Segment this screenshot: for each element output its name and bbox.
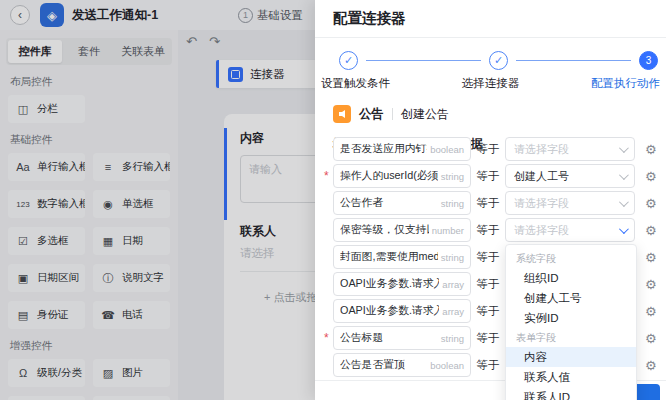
chevron-down-icon [619, 170, 629, 180]
field-row-ding-reminder: 是否发送应用内钉提醒boolean 等于 请选择字段 ⚙ [333, 137, 660, 161]
dropdown-option-instance-id[interactable]: 实例ID [506, 308, 636, 328]
field-row-secrecy-level: 保密等级，仅支持以下值(0:普...number 等于 请选择字段 ⚙ [333, 218, 660, 242]
field-picker-dropdown: 系统字段 组织ID 创建人工号 实例ID 表单字段 内容 联系人值 联系人ID [505, 244, 637, 400]
field-label-box[interactable]: 公告作者string [333, 191, 471, 215]
field-type-tag: number [432, 225, 464, 236]
gear-icon[interactable]: ⚙ [645, 251, 657, 264]
step-label-trigger[interactable]: 设置触发条件 [321, 76, 390, 91]
equals-label: 等于 [471, 304, 505, 319]
equals-label: 等于 [471, 331, 505, 346]
step3-number-icon: 3 [639, 51, 658, 70]
field-type-tag: string [441, 252, 464, 263]
gear-icon[interactable]: ⚙ [645, 143, 657, 156]
step-label-configure-action[interactable]: 配置执行动作 [591, 76, 660, 91]
connector-action-name: 创建公告 [401, 106, 449, 123]
gear-icon[interactable]: ⚙ [645, 278, 657, 291]
stepper-line [366, 60, 481, 62]
chevron-down-icon [619, 224, 629, 234]
step2-check-icon: ✓ [489, 51, 508, 70]
field-type-tag: boolean [430, 360, 464, 371]
field-row-operator-userid: 操作人的userId(必须是公告管...string 等于 创建人工号 ⚙ [333, 164, 660, 188]
dim-overlay [0, 0, 315, 400]
equals-label: 等于 [471, 277, 505, 292]
gear-icon[interactable]: ⚙ [645, 197, 657, 210]
gear-icon[interactable]: ⚙ [645, 332, 657, 345]
field-type-tag: array [442, 279, 464, 290]
vertical-divider [392, 108, 393, 120]
field-value-select[interactable]: 请选择字段 [505, 191, 635, 215]
step-label-select-connector[interactable]: 选择连接器 [462, 76, 520, 91]
equals-label: 等于 [471, 223, 505, 238]
configure-connector-panel: 配置连接器 ✓ ✓ 3 设置触发条件 选择连接器 配置执行动作 公告 创建公告 … [315, 0, 666, 400]
equals-label: 等于 [471, 250, 505, 265]
field-type-tag: array [442, 306, 464, 317]
chevron-down-icon [619, 197, 629, 207]
step1-check-icon: ✓ [339, 51, 358, 70]
field-label-box[interactable]: 是否发送应用内钉提醒boolean [333, 137, 471, 161]
field-type-tag: string [441, 171, 464, 182]
gear-icon[interactable]: ⚙ [645, 170, 657, 183]
field-row-author: 公告作者string 等于 请选择字段 ⚙ [333, 191, 660, 215]
field-label-box[interactable]: 封面图,需要使用mediaId,可以...string [333, 245, 471, 269]
field-value-select-focused[interactable]: 请选择字段 [505, 218, 635, 242]
wizard-stepper: ✓ ✓ 3 [315, 38, 666, 70]
gear-icon[interactable]: ⚙ [645, 305, 657, 318]
field-label-box[interactable]: OAPI业务参数.请求入参.入参.接...array [333, 272, 471, 296]
announcement-app-icon [333, 105, 351, 123]
app-window: ‹ ◈ 发送工作通知-1 1 基础设置 2 表单 控件库 套件 关联表单 布局控… [0, 0, 666, 400]
gear-icon[interactable]: ⚙ [645, 359, 657, 372]
equals-label: 等于 [471, 169, 505, 184]
dropdown-option-contact-id[interactable]: 联系人ID [506, 387, 636, 400]
equals-label: 等于 [471, 358, 505, 373]
chevron-down-icon [619, 143, 629, 153]
field-value-select[interactable]: 创建人工号 [505, 164, 635, 188]
connector-app-name: 公告 [359, 106, 384, 123]
field-label-box[interactable]: OAPI业务参数.请求入参.入参.接...array [333, 299, 471, 323]
field-type-tag: string [441, 333, 464, 344]
dropdown-group-system-fields: 系统字段 [506, 249, 636, 268]
field-type-tag: string [441, 198, 464, 209]
field-type-tag: boolean [430, 144, 464, 155]
panel-title: 配置连接器 [315, 0, 666, 37]
dropdown-option-org-id[interactable]: 组织ID [506, 268, 636, 288]
dropdown-option-content[interactable]: 内容 [506, 347, 636, 367]
field-label-box[interactable]: 操作人的userId(必须是公告管...string [333, 164, 471, 188]
gear-icon[interactable]: ⚙ [645, 224, 657, 237]
stepper-line [516, 60, 631, 62]
field-label-box[interactable]: 公告标题string [333, 326, 471, 350]
equals-label: 等于 [471, 142, 505, 157]
wizard-step-labels: 设置触发条件 选择连接器 配置执行动作 [315, 70, 666, 91]
field-label-box[interactable]: 保密等级，仅支持以下值(0:普...number [333, 218, 471, 242]
field-label-box[interactable]: 公告是否置顶boolean [333, 353, 471, 377]
dropdown-group-form-fields: 表单字段 [506, 328, 636, 347]
field-value-select[interactable]: 请选择字段 [505, 137, 635, 161]
equals-label: 等于 [471, 196, 505, 211]
connector-app-row: 公告 创建公告 [315, 91, 666, 123]
dropdown-option-creator-id[interactable]: 创建人工号 [506, 288, 636, 308]
dropdown-option-contact-value[interactable]: 联系人值 [506, 367, 636, 387]
